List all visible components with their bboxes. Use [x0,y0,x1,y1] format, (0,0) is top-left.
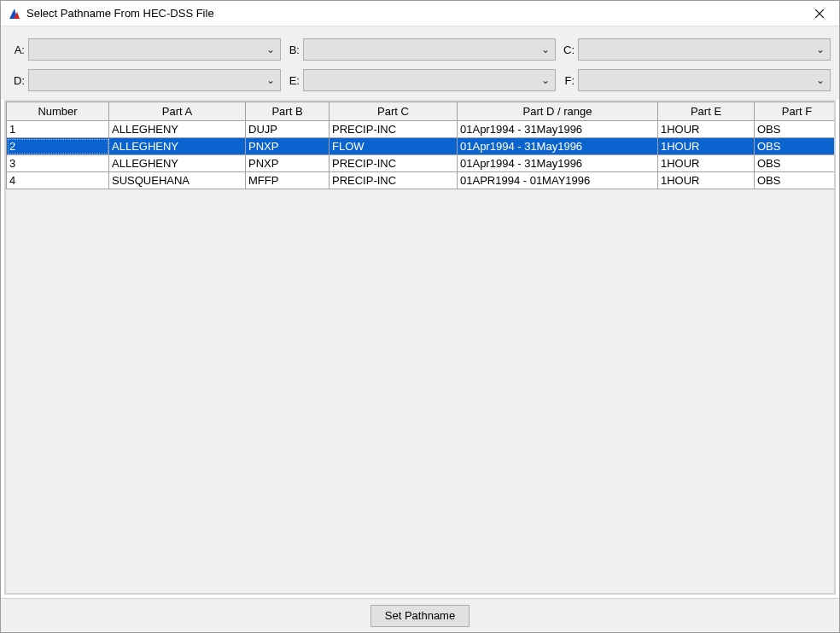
table-cell[interactable]: PRECIP-INC [330,121,458,138]
table-cell[interactable]: SUSQUEHANA [109,172,246,189]
close-button[interactable] [800,1,839,26]
dialog-window: Select Pathname From HEC-DSS File A: ⌄ B… [0,0,840,633]
col-header-part-c[interactable]: Part C [330,102,458,121]
table-body: 1ALLEGHENYDUJPPRECIP-INC01Apr1994 - 31Ma… [7,121,837,189]
table-cell[interactable]: OBS [755,121,837,138]
table-cell[interactable]: 2 [7,138,109,155]
filter-panel: A: ⌄ B: ⌄ C: ⌄ D: ⌄ E: ⌄ F: ⌄ [1,26,839,100]
filter-select-a[interactable]: ⌄ [28,38,281,61]
chevron-down-icon: ⌄ [541,44,550,55]
table-cell[interactable]: OBS [755,172,837,189]
table-cell[interactable]: 01Apr1994 - 31May1996 [458,121,658,138]
col-header-part-f[interactable]: Part F [755,102,837,121]
filter-label-c: C: [559,44,575,56]
chevron-down-icon: ⌄ [816,74,825,86]
table-cell[interactable]: 1HOUR [658,172,755,189]
table-container: Number Part A Part B Part C Part D / ran… [4,100,836,595]
filter-row-2: D: ⌄ E: ⌄ F: ⌄ [9,69,831,91]
table-cell[interactable]: 1 [7,121,109,138]
close-icon [815,9,824,18]
filter-row-1: A: ⌄ B: ⌄ C: ⌄ [9,38,831,61]
table-cell[interactable]: 3 [7,155,109,172]
filter-label-d: D: [9,74,25,87]
table-cell[interactable]: PNXP [246,155,330,172]
table-cell[interactable]: 1HOUR [658,138,755,155]
col-header-part-d[interactable]: Part D / range [458,102,658,121]
table-row[interactable]: 2ALLEGHENYPNXPFLOW01Apr1994 - 31May19961… [7,138,837,155]
title-bar: Select Pathname From HEC-DSS File [1,1,839,26]
table-cell[interactable]: PRECIP-INC [330,172,458,189]
filter-label-b: B: [284,44,300,56]
table-cell[interactable]: 01Apr1994 - 31May1996 [458,155,658,172]
filter-label-e: E: [284,74,300,87]
app-icon [8,7,21,20]
chevron-down-icon: ⌄ [266,74,275,86]
table-cell[interactable]: 01Apr1994 - 31May1996 [458,138,658,155]
filter-select-e[interactable]: ⌄ [303,69,556,91]
table-row[interactable]: 1ALLEGHENYDUJPPRECIP-INC01Apr1994 - 31Ma… [7,121,837,138]
col-header-part-a[interactable]: Part A [109,102,246,121]
filter-label-a: A: [9,44,25,56]
chevron-down-icon: ⌄ [541,74,550,86]
table-cell[interactable]: FLOW [330,138,458,155]
table-row[interactable]: 4SUSQUEHANAMFFPPRECIP-INC01APR1994 - 01M… [7,172,837,189]
title-bar-left: Select Pathname From HEC-DSS File [8,7,214,20]
filter-select-f[interactable]: ⌄ [578,69,831,91]
set-pathname-button[interactable]: Set Pathname [370,605,470,627]
filter-select-c[interactable]: ⌄ [578,38,831,61]
table-cell[interactable]: ALLEGHENY [109,121,246,138]
table-cell[interactable]: PNXP [246,138,330,155]
table-cell[interactable]: 01APR1994 - 01MAY1996 [458,172,658,189]
col-header-part-e[interactable]: Part E [658,102,755,121]
table-cell[interactable]: OBS [755,138,837,155]
col-header-number[interactable]: Number [7,102,109,121]
filter-select-d[interactable]: ⌄ [28,69,281,91]
filter-label-f: F: [559,74,575,87]
pathname-table: Number Part A Part B Part C Part D / ran… [6,102,836,189]
button-panel: Set Pathname [1,598,839,632]
col-header-part-b[interactable]: Part B [246,102,330,121]
filter-select-b[interactable]: ⌄ [303,38,556,61]
table-cell[interactable]: 1HOUR [658,155,755,172]
table-cell[interactable]: MFFP [246,172,330,189]
table-cell[interactable]: 4 [7,172,109,189]
table-cell[interactable]: DUJP [246,121,330,138]
table-row[interactable]: 3ALLEGHENYPNXPPRECIP-INC01Apr1994 - 31Ma… [7,155,837,172]
window-title: Select Pathname From HEC-DSS File [26,7,214,20]
chevron-down-icon: ⌄ [266,44,275,55]
table-cell[interactable]: OBS [755,155,837,172]
chevron-down-icon: ⌄ [816,44,825,55]
table-cell[interactable]: ALLEGHENY [109,155,246,172]
table-cell[interactable]: PRECIP-INC [330,155,458,172]
table-cell[interactable]: 1HOUR [658,121,755,138]
table-cell[interactable]: ALLEGHENY [109,138,246,155]
table-header-row: Number Part A Part B Part C Part D / ran… [7,102,837,121]
